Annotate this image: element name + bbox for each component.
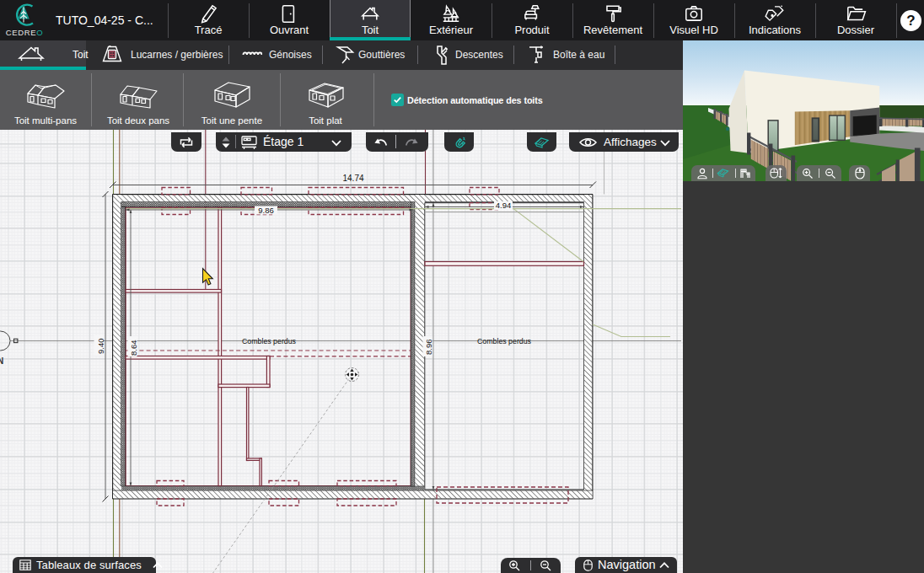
svg-text:14.74: 14.74 xyxy=(342,174,363,183)
svg-text:8.96: 8.96 xyxy=(424,340,433,356)
svg-text:8.64: 8.64 xyxy=(129,340,138,356)
svg-text:Combles perdus: Combles perdus xyxy=(477,337,532,345)
svg-text:9.86: 9.86 xyxy=(258,206,274,215)
svg-text:9.40: 9.40 xyxy=(96,339,105,355)
svg-text:4.94: 4.94 xyxy=(496,201,512,210)
svg-text:N: N xyxy=(0,356,3,366)
svg-text:Combles perdus: Combles perdus xyxy=(242,337,297,345)
